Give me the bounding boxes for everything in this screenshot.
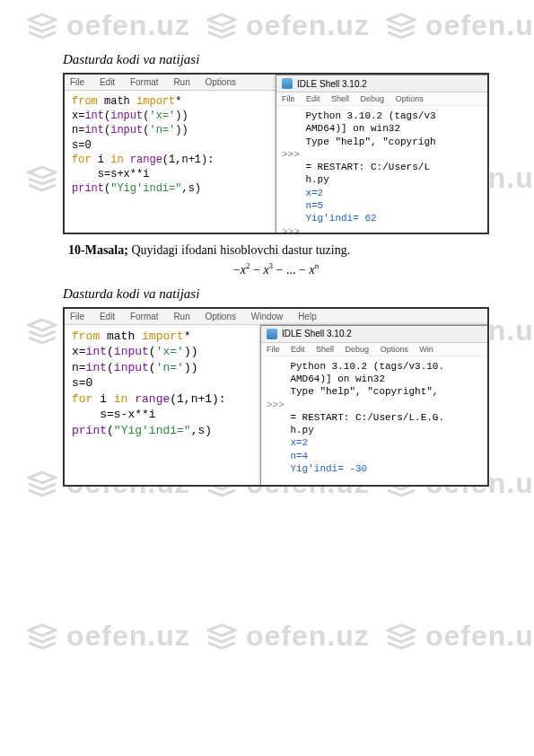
task-formula: −x2 − x3 − ... − xn [63,261,489,277]
menu-options[interactable]: Options [206,77,236,87]
shell-menu-edit[interactable]: Edit [306,94,320,103]
section-title-1: Dasturda kodi va natijasi [63,52,489,67]
menu-edit[interactable]: Edit [100,312,115,321]
shell-menu-options[interactable]: Options [396,94,424,103]
shell-menu-win[interactable]: Win [419,345,433,354]
task-line: 10-Masala; Quyidagi ifodani hisoblovchi … [68,243,489,258]
shell-menu-options[interactable]: Options [381,345,408,354]
shell-menu-debug[interactable]: Debug [346,345,370,354]
shell-menu-edit[interactable]: Edit [291,345,305,354]
menu-format[interactable]: Format [130,312,159,321]
section-title-2: Dasturda kodi va natijasi [63,286,489,302]
shell-menu-shell[interactable]: Shell [331,94,349,103]
watermark: oefen.uz [386,620,534,653]
watermark: oefen.uz [27,620,190,653]
menu-file[interactable]: File [70,77,84,87]
shell-title: IDLE Shell 3.10.2 [261,326,488,343]
menu-help[interactable]: Help [298,312,317,321]
shell-output-2: Python 3.10.2 (tags/v3.10. AMD64)] on wi… [261,356,488,487]
shell-menubar: File Edit Shell Debug Options [276,92,488,106]
shell-menubar: File Edit Shell Debug Options Win [261,343,488,356]
watermark: oefen.uz [206,620,370,653]
editor-menubar: File Edit Format Run Options Window Help [65,309,487,325]
shell-menu-file[interactable]: File [282,94,295,103]
menu-file[interactable]: File [70,312,84,321]
menu-edit[interactable]: Edit [100,77,115,87]
shell-output-1: Python 3.10.2 (tags/v3 AMD64)] on win32 … [276,106,488,234]
shell-menu-debug[interactable]: Debug [361,94,385,103]
task-text: Quyidagi ifodani hisoblovchi dastur tuzi… [128,243,350,257]
shell-menu-shell[interactable]: Shell [316,345,334,354]
idle-shell-window-2: IDLE Shell 3.10.2 File Edit Shell Debug … [260,325,489,487]
menu-run[interactable]: Run [173,312,189,321]
code-box-2: File Edit Format Run Options Window Help… [63,307,489,487]
task-label: 10-Masala; [68,243,128,257]
menu-options[interactable]: Options [206,312,236,321]
code-box-1: File Edit Format Run Options from math i… [63,73,489,234]
shell-menu-file[interactable]: File [267,345,280,354]
menu-window[interactable]: Window [251,312,284,321]
idle-shell-window-1: IDLE Shell 3.10.2 File Edit Shell Debug … [276,75,489,234]
shell-title: IDLE Shell 3.10.2 [276,75,488,92]
menu-format[interactable]: Format [130,77,159,87]
menu-run[interactable]: Run [173,77,189,87]
